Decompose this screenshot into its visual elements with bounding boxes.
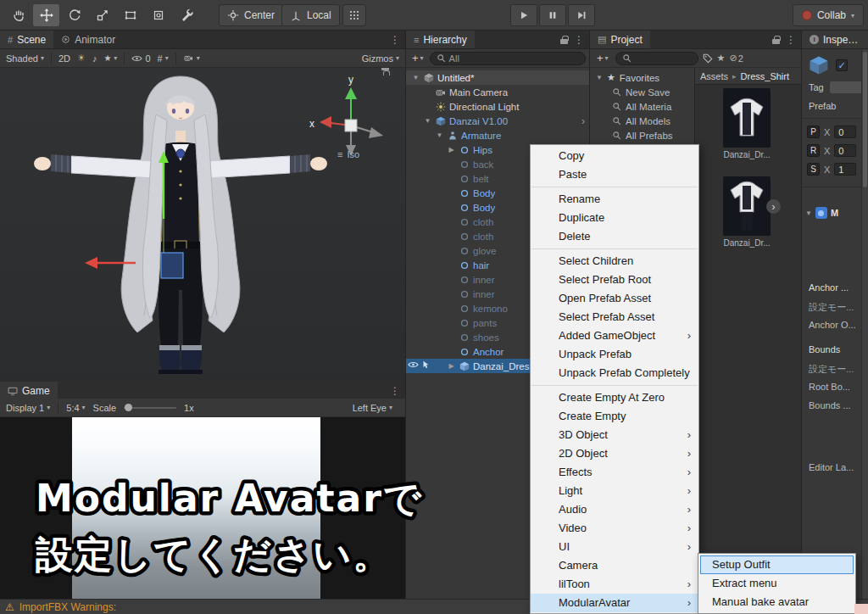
scene-view[interactable]: y x ≡ Iso	[0, 68, 405, 382]
menu-item-unpack-prefab[interactable]: Unpack Prefab	[531, 345, 698, 364]
hierarchy-row[interactable]: Main Camera	[406, 85, 589, 99]
menu-item-rename[interactable]: Rename	[531, 190, 698, 209]
menu-item-select-prefab-root[interactable]: Select Prefab Root	[531, 271, 698, 289]
tab-scene[interactable]: # Scene	[0, 31, 53, 48]
hierarchy-search-input[interactable]: All	[430, 52, 586, 65]
submenu-item-extract-menu[interactable]: Extract menu	[700, 574, 854, 593]
hierarchy-row-scene[interactable]: ▼ Untitled*	[406, 70, 589, 85]
collab-button[interactable]: Collab ▾	[793, 4, 864, 26]
panel-menu-icon[interactable]: ⋮	[574, 34, 584, 46]
menu-item-select-prefab-asset[interactable]: Select Prefab Asset	[531, 308, 698, 327]
lock-icon[interactable]	[772, 36, 780, 44]
menu-item-open-prefab-asset[interactable]: Open Prefab Asset	[531, 289, 698, 308]
breadcrumb-root[interactable]: Assets	[700, 71, 728, 81]
lock-icon[interactable]	[560, 36, 568, 44]
2d-toggle[interactable]: 2D	[58, 53, 70, 64]
menu-item-video[interactable]: Video›	[531, 519, 698, 538]
scale-row[interactable]: S X 1	[807, 163, 856, 176]
scale-slider-knob[interactable]	[125, 404, 132, 411]
favorite-item[interactable]: All Prefabs	[590, 128, 694, 142]
submenu-item-manual-bake-avatar[interactable]: Manual bake avatar	[700, 593, 854, 611]
favorites-header[interactable]: ▼ ★ Favorites	[590, 70, 694, 85]
visibility-eye-icon[interactable]	[408, 360, 419, 369]
effects-dropdown[interactable]: ★▾	[103, 53, 117, 63]
pickability-icon[interactable]	[421, 360, 430, 369]
search-by-type-button[interactable]	[703, 53, 713, 64]
audio-toggle[interactable]: ♪	[92, 53, 97, 64]
menu-item-select-children[interactable]: Select Children	[531, 252, 698, 271]
rotation-row[interactable]: R X 0	[807, 144, 856, 157]
scale-slider[interactable]	[124, 407, 176, 409]
hierarchy-row[interactable]: ▼ Armature	[406, 128, 589, 142]
panel-menu-icon[interactable]: ⋮	[786, 34, 796, 46]
game-view[interactable]	[0, 417, 405, 599]
create-object-button[interactable]: +▾	[409, 52, 426, 64]
pivot-mode-button[interactable]: Center	[219, 4, 283, 26]
menu-item-liltoon[interactable]: lilToon›	[531, 575, 698, 594]
subasset-expander-button[interactable]: ›	[766, 199, 781, 214]
handle-space-button[interactable]: Local	[281, 4, 340, 26]
rotate-tool-button[interactable]	[61, 4, 87, 26]
play-button[interactable]	[510, 4, 537, 26]
menu-item-create-empty-at-zero[interactable]: Create Empty At Zero	[531, 388, 698, 407]
menu-item-modularavatar[interactable]: ModularAvatar›	[531, 594, 698, 612]
foldout-open-icon[interactable]: ▼	[435, 131, 444, 139]
scrollbar-thumb[interactable]	[863, 52, 867, 187]
menu-item-paste[interactable]: Paste	[531, 165, 698, 184]
custom-tool-button[interactable]	[173, 4, 199, 26]
scale-x-field[interactable]: 1	[834, 163, 856, 176]
menu-item-added-gameobject[interactable]: Added GameObject›	[531, 327, 698, 345]
menu-item-3d-object[interactable]: 3D Object›	[531, 426, 698, 444]
menu-item-copy[interactable]: Copy	[531, 147, 698, 165]
hierarchy-row-prefab-root[interactable]: ▼ Danzai V1.00 ›	[406, 114, 589, 128]
breadcrumb-current[interactable]: Dress_Shirt	[741, 71, 789, 81]
tag-dropdown[interactable]	[830, 81, 864, 93]
save-search-button[interactable]: ★	[717, 53, 726, 64]
panel-menu-icon[interactable]: ⋮	[390, 385, 400, 397]
create-asset-button[interactable]: +▾	[594, 52, 611, 64]
component-header[interactable]: ▼ M	[805, 207, 838, 219]
menu-item-duplicate[interactable]: Duplicate	[531, 209, 698, 227]
eye-mode-dropdown[interactable]: Left Eye▾	[353, 403, 392, 413]
transform-tool-button[interactable]	[145, 4, 171, 26]
asset-item[interactable]: Danzai_Dr...	[721, 176, 773, 248]
favorite-item[interactable]: All Materia	[590, 99, 694, 114]
foldout-closed-icon[interactable]: ▶	[447, 146, 456, 154]
tab-project[interactable]: ▤ Project	[590, 31, 650, 48]
menu-item-delete[interactable]: Delete	[531, 227, 698, 246]
foldout-open-icon[interactable]: ▼	[423, 117, 432, 125]
menu-item-audio[interactable]: Audio›	[531, 500, 698, 519]
prefab-open-arrow-icon[interactable]: ›	[581, 115, 585, 127]
projection-mode[interactable]: ≡ Iso	[337, 149, 359, 159]
tab-game[interactable]: Game	[0, 382, 58, 399]
step-button[interactable]	[568, 4, 595, 26]
pause-button[interactable]	[539, 4, 566, 26]
active-checkbox[interactable]: ✓	[836, 59, 848, 71]
menu-item-effects[interactable]: Effects›	[531, 463, 698, 482]
tab-animator[interactable]: Animator	[53, 31, 123, 48]
foldout-open-icon[interactable]: ▼	[805, 209, 812, 217]
menu-item-create-empty[interactable]: Create Empty	[531, 407, 698, 426]
favorite-item[interactable]: New Save	[590, 85, 694, 99]
hidden-objects-toggle[interactable]: 0	[131, 53, 150, 64]
menu-item-camera[interactable]: Camera	[531, 556, 698, 575]
scale-tool-button[interactable]	[89, 4, 115, 26]
tab-hierarchy[interactable]: ≡ Hierarchy	[406, 31, 475, 48]
position-x-field[interactable]: 0	[834, 126, 856, 138]
foldout-open-icon[interactable]: ▼	[411, 74, 420, 81]
favorite-item[interactable]: All Models	[590, 114, 694, 128]
grid-snap-button[interactable]	[342, 4, 366, 26]
rotation-x-field[interactable]: 0	[834, 144, 856, 157]
panel-menu-icon[interactable]: ⋮	[390, 34, 400, 46]
foldout-open-icon[interactable]: ▼	[596, 74, 603, 81]
hidden-packages-count[interactable]: ⊘2	[729, 53, 743, 64]
menu-item-light[interactable]: Light›	[531, 482, 698, 500]
tab-inspector[interactable]: i Inspector	[802, 31, 868, 48]
move-tool-button[interactable]	[33, 4, 59, 26]
aspect-ratio-dropdown[interactable]: 5:4▾	[66, 403, 85, 413]
menu-item-unpack-prefab-completely[interactable]: Unpack Prefab Completely	[531, 364, 698, 382]
grid-visibility-dropdown[interactable]: #▾	[158, 53, 169, 64]
hierarchy-row[interactable]: Directional Light	[406, 99, 589, 114]
gizmos-dropdown[interactable]: Gizmos▾	[362, 53, 399, 64]
project-search-input[interactable]	[615, 52, 698, 65]
